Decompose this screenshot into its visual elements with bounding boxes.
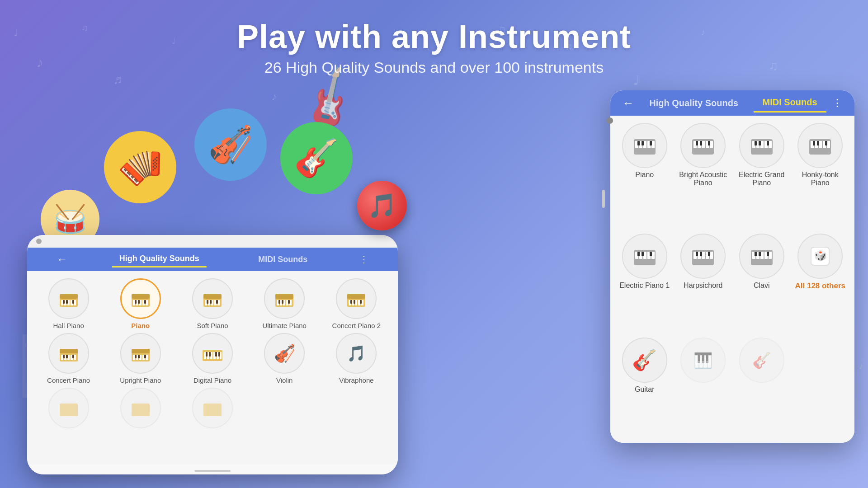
svg-rect-107	[769, 141, 772, 148]
svg-rect-11	[132, 294, 150, 299]
tablet-cell-piano[interactable]: Piano	[618, 123, 672, 229]
instrument-cell-hall-piano[interactable]: Hall Piano	[34, 278, 103, 329]
instrument-cell-partial-3[interactable]	[178, 388, 246, 428]
svg-rect-21	[203, 294, 222, 299]
tablet-cell-honky-tonk[interactable]: Honky-tonk Piano	[793, 123, 848, 229]
tablet-guitar-icon: 🎸	[622, 338, 667, 383]
vibraphone-label: Vibraphone	[339, 376, 373, 384]
guitar-icon: 🎸	[294, 140, 339, 176]
tab-midi[interactable]: MIDI Sounds	[251, 252, 315, 267]
tablet-body: ← High Quality Sounds MIDI Sounds ⋮	[610, 90, 854, 443]
svg-rect-27	[207, 300, 208, 304]
svg-rect-144	[755, 252, 757, 256]
svg-rect-47	[350, 300, 352, 304]
svg-rect-51	[60, 349, 78, 353]
instrument-cell-partial-2[interactable]	[106, 388, 175, 428]
tablet-screen: ← High Quality Sounds MIDI Sounds ⋮	[610, 90, 854, 443]
instrument-cell-ultimate-piano[interactable]: Ultimate Piano	[250, 278, 319, 329]
partial-3-icon	[192, 388, 233, 428]
instrument-cell-concert-piano-2[interactable]: Concert Piano 2	[322, 278, 391, 329]
home-indicator	[194, 470, 231, 472]
tablet-cell-electric-grand[interactable]: Electric Grand Piano	[735, 123, 789, 229]
page-title: Play with any Instrument	[0, 18, 868, 55]
digital-piano-label: Digital Piano	[193, 376, 231, 384]
tablet-all-128-icon: 🎲	[797, 234, 843, 279]
hall-piano-label: Hall Piano	[53, 322, 84, 329]
svg-rect-136	[700, 252, 702, 256]
app-header: ← High Quality Sounds MIDI Sounds ⋮	[27, 248, 398, 271]
tablet-harpsichord-label: Harpsichord	[684, 282, 722, 290]
svg-rect-135	[696, 252, 698, 256]
tablet-electric-piano-1-label: Electric Piano 1	[619, 282, 670, 290]
concert-piano-icon	[48, 333, 89, 374]
instrument-cell-vibraphone[interactable]: 🎵 Vibraphone	[322, 333, 391, 384]
tablet-cell-electric-piano-1[interactable]: Electric Piano 1	[618, 234, 672, 333]
upright-piano-icon	[120, 333, 161, 374]
tablet-instruments-grid: Piano	[610, 116, 854, 443]
instrument-cell-violin[interactable]: 🎻 Violin	[250, 333, 319, 384]
instrument-cell-partial-1[interactable]	[34, 388, 103, 428]
svg-rect-7	[63, 300, 65, 304]
instruments-grid: Hall Piano	[27, 271, 398, 436]
svg-rect-100	[700, 141, 702, 145]
tablet-cell-partial-a[interactable]: 🎹	[676, 338, 731, 436]
instrument-cell-soft-piano[interactable]: Soft Piano	[178, 278, 246, 329]
instrument-accordion: 🪗	[104, 131, 176, 203]
svg-rect-18	[138, 300, 140, 304]
svg-rect-109	[759, 141, 761, 145]
more-menu[interactable]: ⋮	[359, 254, 368, 265]
home-bar	[27, 465, 398, 474]
tablet-mockup: ← High Quality Sounds MIDI Sounds ⋮	[601, 90, 854, 452]
tablet-cell-all-128[interactable]: 🎲 All 128 others	[793, 234, 848, 333]
tablet-piano-label: Piano	[635, 171, 654, 179]
tablet-clavi-icon	[739, 234, 784, 279]
soft-piano-icon	[192, 278, 233, 319]
svg-rect-137	[708, 252, 710, 256]
instrument-cell-digital-piano[interactable]: Digital Piano	[178, 333, 246, 384]
svg-rect-80	[218, 352, 220, 357]
tablet-more-menu[interactable]: ⋮	[832, 97, 842, 109]
svg-rect-127	[642, 252, 644, 256]
tablet-cell-bright-acoustic[interactable]: Bright Acoustic Piano	[676, 123, 731, 229]
svg-rect-78	[209, 352, 211, 357]
svg-rect-39	[288, 300, 290, 304]
tablet-electric-piano-1-icon	[622, 234, 667, 279]
tablet-cell-harpsichord[interactable]: Harpsichord	[676, 234, 731, 333]
play-button[interactable]: 🎵	[357, 181, 407, 230]
back-button[interactable]: ←	[57, 253, 67, 266]
svg-rect-110	[767, 141, 769, 145]
svg-rect-1	[60, 294, 78, 299]
svg-rect-57	[63, 355, 65, 358]
tablet-cell-guitar[interactable]: 🎸 Guitar	[618, 338, 672, 436]
tablet-back-button[interactable]: ←	[623, 96, 634, 110]
partial-1-icon	[48, 388, 89, 428]
page-subtitle: 26 High Quality Sounds and over 100 inst…	[0, 59, 868, 76]
svg-rect-17	[135, 300, 137, 304]
concert-piano-label: Concert Piano	[47, 376, 90, 384]
upright-piano-label: Upright Piano	[120, 376, 161, 384]
piano-label: Piano	[131, 322, 150, 329]
instrument-cell-upright-piano[interactable]: Upright Piano	[106, 333, 175, 384]
tablet-tab-hq[interactable]: High Quality Sounds	[640, 94, 747, 112]
tablet-cell-clavi[interactable]: Clavi	[735, 234, 789, 333]
svg-rect-87	[643, 141, 646, 148]
instrument-cell-piano[interactable]: Piano	[106, 278, 175, 329]
tablet-partial-a-icon: 🎹	[680, 338, 726, 383]
tablet-harpsichord-icon	[680, 234, 726, 279]
tablet-side-button	[602, 190, 605, 208]
tablet-header: ← High Quality Sounds MIDI Sounds ⋮	[610, 90, 854, 116]
tablet-electric-grand-label: Electric Grand Piano	[735, 171, 789, 187]
tablet-clavi-label: Clavi	[754, 282, 770, 290]
tablet-tab-midi[interactable]: MIDI Sounds	[754, 94, 826, 113]
svg-rect-99	[696, 141, 698, 145]
tablet-cell-partial-b[interactable]: 🎸	[735, 338, 789, 436]
tab-high-quality[interactable]: High Quality Sounds	[112, 251, 207, 267]
soft-piano-label: Soft Piano	[197, 322, 228, 329]
tablet-partial-b-icon: 🎸	[739, 338, 784, 383]
vibraphone-icon: 🎵	[336, 333, 377, 374]
instrument-guitar: 🎸	[280, 122, 353, 194]
svg-rect-69	[144, 355, 146, 358]
concert-piano-2-icon	[336, 278, 377, 319]
instrument-cell-concert-piano[interactable]: Concert Piano	[34, 333, 103, 384]
svg-rect-101	[708, 141, 710, 145]
